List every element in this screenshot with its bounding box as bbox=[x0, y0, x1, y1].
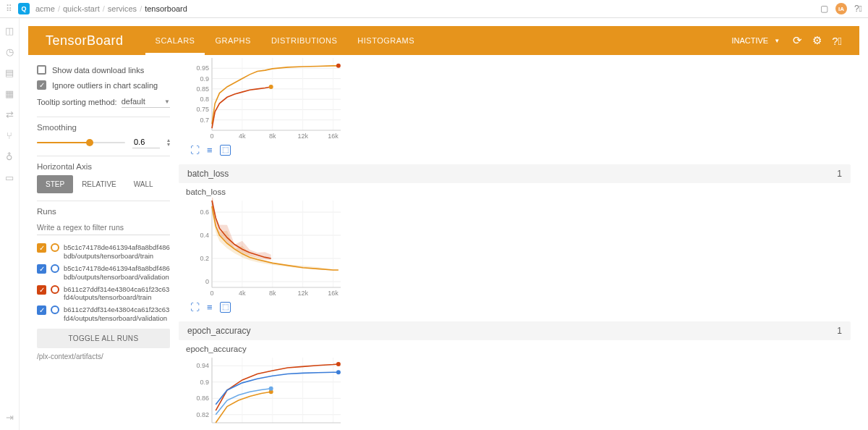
svg-text:0.4: 0.4 bbox=[200, 232, 209, 239]
list-icon[interactable]: ≡ bbox=[207, 145, 213, 156]
svg-text:0: 0 bbox=[205, 278, 209, 285]
smoothing-label: Smoothing bbox=[37, 123, 170, 132]
svg-text:4k: 4k bbox=[239, 290, 246, 297]
run-row: ✓b611c27ddf314e43804ca61f23c63fd4/output… bbox=[37, 305, 170, 323]
axis-btn-wall[interactable]: WALL bbox=[125, 175, 162, 193]
tb-charts-pane: 0.70.750.80.850.90.9504k8k12k16k ⛶ ≡ ⬚ b… bbox=[179, 55, 859, 430]
chart-epoch-accuracy: epoch_accuracy 0.820.860.90.94 bbox=[179, 340, 851, 430]
axis-btn-relative[interactable]: RELATIVE bbox=[73, 175, 125, 193]
nav-bookmark-icon[interactable]: ◫ bbox=[5, 25, 14, 36]
checkbox-ignore-outliers[interactable]: ✓ Ignore outliers in chart scaling bbox=[37, 80, 170, 90]
svg-text:4k: 4k bbox=[239, 132, 246, 140]
svg-text:16k: 16k bbox=[328, 132, 339, 140]
breadcrumb-project[interactable]: acme bbox=[35, 4, 55, 13]
svg-text:0: 0 bbox=[210, 290, 213, 297]
select-icon[interactable]: ⬚ bbox=[220, 302, 231, 313]
run-label: b611c27ddf314e43804ca61f23c63fd4/outputs… bbox=[64, 305, 170, 323]
run-row: ✓b5c1c74178de461394af8a8bdf486bdb/output… bbox=[37, 243, 170, 261]
artifacts-path: /plx-context/artifacts/ bbox=[37, 353, 170, 361]
tb-tabs: SCALARS GRAPHS DISTRIBUTIONS HISTOGRAMS bbox=[145, 26, 425, 55]
expand-icon[interactable]: ⛶ bbox=[190, 145, 200, 156]
run-radio[interactable] bbox=[51, 285, 59, 294]
refresh-icon[interactable]: ⟳ bbox=[793, 34, 802, 47]
chevron-down-icon: ▼ bbox=[164, 98, 170, 105]
run-checkbox[interactable]: ✓ bbox=[37, 305, 46, 315]
run-label: b5c1c74178de461394af8a8bdf486bdb/outputs… bbox=[64, 264, 170, 282]
haxis-label: Horizontal Axis bbox=[37, 162, 170, 171]
nav-stack-icon[interactable]: ▦ bbox=[5, 88, 14, 99]
tab-histograms[interactable]: HISTOGRAMS bbox=[347, 26, 425, 55]
run-checkbox[interactable]: ✓ bbox=[37, 243, 46, 253]
tooltip-sort-select[interactable]: default ▼ bbox=[122, 96, 170, 108]
runs-filter-input[interactable] bbox=[37, 220, 170, 235]
svg-point-64 bbox=[269, 387, 273, 391]
toggle-all-runs-button[interactable]: TOGGLE ALL RUNS bbox=[37, 329, 170, 348]
run-radio[interactable] bbox=[51, 243, 59, 252]
breadcrumb-section[interactable]: quick-start bbox=[63, 4, 100, 13]
checkbox-show-download[interactable]: Show data download links bbox=[37, 65, 170, 75]
tab-scalars[interactable]: SCALARS bbox=[145, 26, 205, 55]
breadcrumb-sub[interactable]: services bbox=[108, 4, 137, 13]
section-header-batch-loss[interactable]: batch_loss 1 bbox=[179, 164, 851, 183]
left-nav: ◫ ◷ ▤ ▦ ⇄ ⑂ ♁ ▭ ⇥ bbox=[0, 18, 20, 430]
svg-text:0.6: 0.6 bbox=[200, 208, 209, 216]
chart-batch-accuracy: 0.70.750.80.850.90.9504k8k12k16k ⛶ ≡ ⬚ bbox=[179, 55, 851, 161]
chart-title-epoch-accuracy: epoch_accuracy bbox=[179, 340, 851, 355]
help-circle-icon[interactable]: ?⃝ bbox=[832, 35, 842, 47]
nav-doc-icon[interactable]: ▭ bbox=[5, 172, 14, 183]
drag-handle-icon[interactable]: ⠿ bbox=[6, 4, 12, 14]
svg-point-25 bbox=[269, 85, 273, 89]
axis-btn-step[interactable]: STEP bbox=[37, 175, 73, 193]
runs-label: Runs bbox=[37, 207, 170, 216]
svg-text:0: 0 bbox=[210, 132, 213, 140]
help-icon[interactable]: ?⃝ bbox=[854, 4, 862, 14]
tab-graphs[interactable]: GRAPHS bbox=[205, 26, 260, 55]
nav-expand-icon[interactable]: ⇥ bbox=[6, 412, 14, 423]
avatar[interactable]: IA bbox=[835, 3, 847, 14]
list-icon[interactable]: ≡ bbox=[207, 302, 213, 313]
checkbox-icon bbox=[37, 65, 46, 75]
mode-select[interactable]: INACTIVE bbox=[726, 33, 783, 48]
app-topbar: ⠿ Q acme / quick-start / services / tens… bbox=[0, 0, 868, 18]
nav-tree-icon[interactable]: ♁ bbox=[6, 151, 13, 162]
smoothing-input[interactable] bbox=[132, 136, 160, 148]
chart-svg-epoch-accuracy[interactable]: 0.820.860.90.94 bbox=[186, 355, 345, 430]
svg-text:0.94: 0.94 bbox=[196, 362, 209, 369]
run-checkbox[interactable]: ✓ bbox=[37, 264, 46, 274]
svg-point-61 bbox=[336, 362, 341, 366]
select-icon[interactable]: ⬚ bbox=[220, 145, 231, 156]
run-label: b611c27ddf314e43804ca61f23c63fd4/outputs… bbox=[64, 285, 170, 303]
tab-distributions[interactable]: DISTRIBUTIONS bbox=[261, 26, 347, 55]
chart-svg-batch-accuracy[interactable]: 0.70.750.80.850.90.9504k8k12k16k bbox=[186, 55, 345, 142]
nav-transfer-icon[interactable]: ⇄ bbox=[6, 109, 14, 120]
breadcrumb: acme / quick-start / services / tensorbo… bbox=[35, 4, 187, 13]
svg-text:16k: 16k bbox=[328, 290, 339, 297]
breadcrumb-current: tensorboard bbox=[145, 4, 187, 13]
nav-branch-icon[interactable]: ⑂ bbox=[7, 130, 12, 141]
smoothing-slider[interactable] bbox=[37, 142, 125, 143]
svg-text:0.82: 0.82 bbox=[196, 411, 209, 418]
run-radio[interactable] bbox=[51, 264, 59, 273]
tb-sidebar: Show data download links ✓ Ignore outlie… bbox=[28, 55, 179, 430]
run-radio[interactable] bbox=[51, 305, 59, 314]
expand-icon[interactable]: ⛶ bbox=[190, 302, 200, 313]
app-badge[interactable]: Q bbox=[18, 3, 30, 14]
svg-text:12k: 12k bbox=[297, 290, 308, 297]
chart-svg-batch-loss[interactable]: 00.20.40.604k8k12k16k bbox=[186, 198, 345, 299]
nav-clock-icon[interactable]: ◷ bbox=[6, 46, 14, 57]
gear-icon[interactable]: ⚙ bbox=[812, 34, 822, 47]
svg-text:12k: 12k bbox=[297, 132, 308, 140]
svg-point-62 bbox=[336, 370, 341, 374]
run-checkbox[interactable]: ✓ bbox=[37, 285, 46, 295]
nav-clipboard-icon[interactable]: ▤ bbox=[5, 67, 14, 78]
tb-title: TensorBoard bbox=[46, 33, 124, 49]
run-label: b5c1c74178de461394af8a8bdf486bdb/outputs… bbox=[64, 243, 170, 261]
folder-icon[interactable]: ▢ bbox=[820, 4, 828, 14]
svg-text:8k: 8k bbox=[269, 132, 276, 140]
svg-text:0.9: 0.9 bbox=[200, 379, 209, 386]
tooltip-sort-label: Tooltip sorting method: bbox=[37, 98, 117, 106]
smoothing-stepper[interactable]: ▴▾ bbox=[167, 138, 170, 147]
tensorboard-frame: TensorBoard SCALARS GRAPHS DISTRIBUTIONS… bbox=[28, 26, 859, 430]
section-header-epoch-accuracy[interactable]: epoch_accuracy 1 bbox=[179, 321, 851, 340]
svg-text:0.85: 0.85 bbox=[196, 85, 209, 93]
